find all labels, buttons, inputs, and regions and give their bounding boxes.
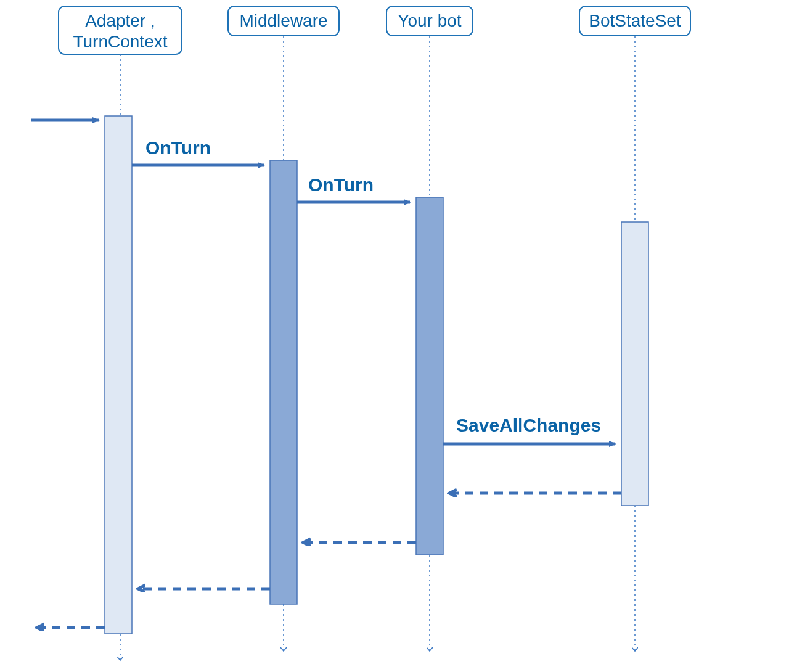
participant-adapter-label1: Adapter , (85, 11, 155, 30)
svg-rect-2 (105, 116, 132, 634)
svg-rect-14 (621, 222, 648, 506)
participant-middleware-label: Middleware (239, 11, 327, 30)
participant-adapter: Adapter , TurnContext (59, 6, 182, 660)
message-onturn-adapter-to-middleware: OnTurn (132, 137, 264, 165)
participant-middleware: Middleware (228, 6, 339, 650)
message-onturn-middleware-to-bot: OnTurn (297, 174, 410, 202)
sequence-diagram: Adapter , TurnContext Middleware Your bo… (0, 0, 789, 672)
participant-adapter-label2: TurnContext (73, 32, 167, 51)
svg-rect-6 (270, 160, 297, 604)
participant-yourbot-label: Your bot (398, 11, 461, 30)
participant-botstateset: BotStateSet (579, 6, 690, 650)
message-saveallchanges: SaveAllChanges (443, 415, 615, 444)
svg-rect-10 (416, 197, 443, 555)
participant-botstateset-label: BotStateSet (589, 11, 681, 30)
message-onturn1-label: OnTurn (145, 137, 211, 158)
message-saveall-label: SaveAllChanges (456, 415, 601, 435)
participant-yourbot: Your bot (386, 6, 473, 650)
message-onturn2-label: OnTurn (308, 174, 374, 195)
